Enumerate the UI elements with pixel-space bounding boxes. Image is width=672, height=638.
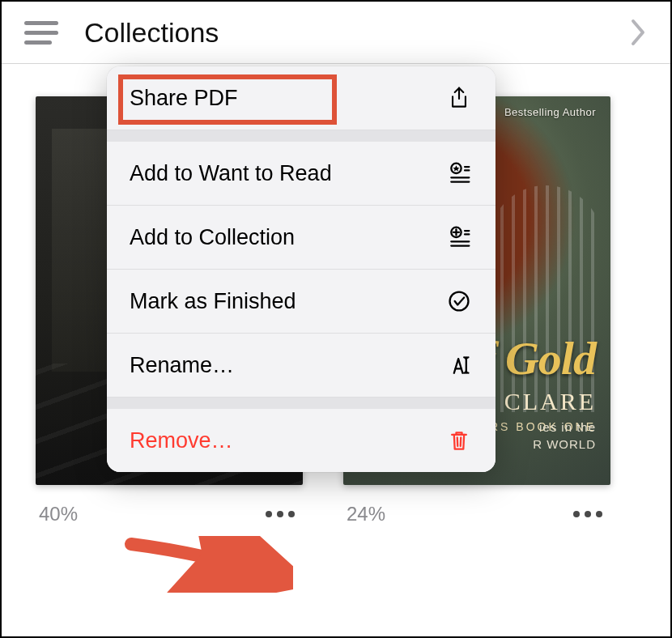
menu-item-label: Rename… [130, 353, 445, 378]
header-bar: Collections [2, 2, 670, 64]
star-list-icon [445, 160, 473, 187]
menu-item-share-pdf[interactable]: Share PDF [107, 66, 495, 130]
menu-item-label: Add to Collection [130, 225, 445, 250]
progress-label: 24% [347, 503, 385, 525]
cover-tagline: ies in the R WORLD [533, 419, 596, 453]
menu-item-rename[interactable]: Rename… [107, 334, 495, 398]
menu-item-label: Share PDF [130, 86, 445, 111]
share-icon [445, 84, 473, 112]
text-cursor-icon [445, 351, 473, 379]
menu-item-add-collection[interactable]: Add to Collection [107, 206, 495, 270]
menu-item-remove[interactable]: Remove… [107, 409, 495, 472]
menu-item-want-to-read[interactable]: Add to Want to Read [107, 142, 495, 206]
menu-item-mark-finished[interactable]: Mark as Finished [107, 270, 495, 334]
menu-item-label: Mark as Finished [130, 289, 445, 314]
checkmark-circle-icon [445, 287, 473, 315]
page-title: Collections [84, 17, 630, 49]
chevron-right-icon[interactable] [630, 18, 646, 47]
trash-icon [445, 427, 473, 454]
more-options-button[interactable] [568, 506, 607, 522]
menu-separator [107, 130, 495, 142]
cover-title-fragment: f Gold [479, 331, 596, 385]
cover-badge: Bestselling Author [504, 106, 596, 118]
context-menu: Share PDF Add to Want to Read Add to Col… [107, 66, 495, 472]
progress-label: 40% [39, 503, 78, 525]
menu-item-label: Add to Want to Read [130, 161, 445, 186]
book-meta: 24% [343, 503, 610, 525]
menu-separator [107, 398, 495, 409]
menu-icon[interactable] [24, 16, 62, 49]
plus-list-icon [445, 223, 473, 251]
annotation-arrow [123, 536, 293, 593]
menu-item-label: Remove… [130, 428, 445, 453]
more-options-button[interactable] [261, 506, 300, 522]
book-meta: 40% [36, 503, 303, 525]
svg-point-12 [450, 292, 469, 311]
